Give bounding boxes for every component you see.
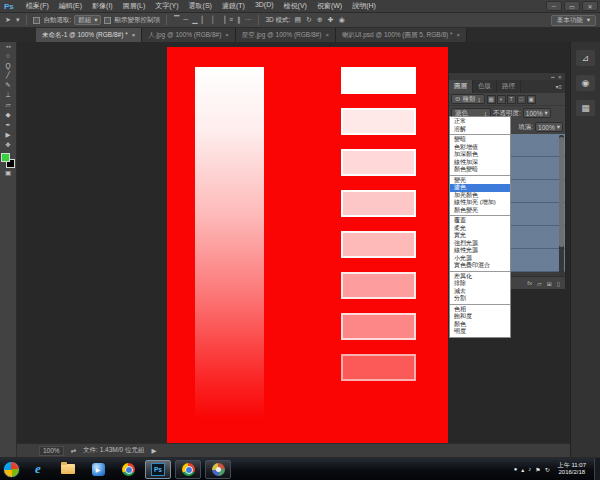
blend-mode-option[interactable]: 排除 xyxy=(450,280,510,288)
dock-3d-panel-icon[interactable]: ⊿ xyxy=(576,50,595,66)
tab-close-icon[interactable]: × xyxy=(325,32,329,38)
align-top-icon[interactable]: ▔ xyxy=(173,16,180,24)
close-button[interactable]: ✕ xyxy=(582,1,598,11)
new-group-icon[interactable]: ▱ xyxy=(537,280,542,287)
blend-mode-option[interactable]: 分割 xyxy=(450,295,510,303)
blend-mode-option[interactable]: 溶解 xyxy=(450,126,510,134)
filter-type-layers-icon[interactable]: T xyxy=(507,95,516,104)
chrome-icon[interactable] xyxy=(115,460,141,479)
layers-scrollbar-thumb[interactable] xyxy=(559,137,564,247)
tab-close-icon[interactable]: × xyxy=(225,32,229,38)
document-tab[interactable]: 星空.jpg @ 100% (RGB/8#)× xyxy=(236,28,336,42)
preset-dropdown-arrow-icon[interactable]: ▾ xyxy=(15,16,21,24)
blend-mode-option[interactable]: 變亮 xyxy=(450,177,510,185)
blend-mode-option[interactable]: 實光 xyxy=(450,232,510,240)
menu-濾鏡(T)[interactable]: 濾鏡(T) xyxy=(217,1,250,11)
blend-mode-option[interactable]: 覆蓋 xyxy=(450,217,510,225)
blend-mode-option[interactable]: 線性加深 xyxy=(450,159,510,167)
filter-shape-layers-icon[interactable]: □ xyxy=(517,95,526,104)
chrome-taskbar-button[interactable] xyxy=(175,460,201,479)
paint-taskbar-button[interactable] xyxy=(205,460,231,479)
panel-tab-路徑[interactable]: 路徑 xyxy=(497,80,521,93)
panel-collapse-icon[interactable]: ▪▪ xyxy=(551,74,555,80)
blend-mode-option[interactable]: 柔光 xyxy=(450,225,510,233)
blend-mode-option[interactable]: 變暗 xyxy=(450,136,510,144)
blend-mode-option[interactable]: 實色疊印混合 xyxy=(450,262,510,270)
distribute-hcenter-icon[interactable]: ∥ xyxy=(236,16,242,24)
blend-mode-option[interactable]: 加亮顏色 xyxy=(450,192,510,200)
panel-close-icon[interactable]: ✕ xyxy=(558,74,562,80)
hand-tool[interactable]: ❖ xyxy=(0,140,16,150)
document-tab[interactable]: 喇叭UI.psd @ 100% (圖層 5, RGB/8) *× xyxy=(336,28,467,42)
align-hcenter-icon[interactable]: │ xyxy=(210,16,216,24)
show-hidden-icons-button[interactable]: ▴ xyxy=(521,466,524,473)
blend-mode-option[interactable]: 顏色 xyxy=(450,321,510,329)
new-layer-icon[interactable]: ⊞ xyxy=(547,280,552,287)
pen-tool[interactable]: ✒ xyxy=(0,120,16,130)
layers-scrollbar[interactable] xyxy=(559,135,564,276)
menu-圖層(L)[interactable]: 圖層(L) xyxy=(118,1,151,11)
panel-menu-icon[interactable]: ▾≡ xyxy=(555,80,565,93)
blend-mode-option[interactable]: 色彩增值 xyxy=(450,144,510,152)
photoshop-taskbar-button[interactable]: Ps xyxy=(145,460,171,479)
3d-drag-icon[interactable]: ⊕ xyxy=(316,16,324,24)
start-button[interactable] xyxy=(3,461,20,478)
menu-文字(Y)[interactable]: 文字(Y) xyxy=(150,1,183,11)
align-bottom-icon[interactable]: ▁ xyxy=(191,16,198,24)
blend-mode-option[interactable]: 明度 xyxy=(450,328,510,336)
menu-檢視(V)[interactable]: 檢視(V) xyxy=(279,1,312,11)
blend-mode-option[interactable]: 色相 xyxy=(450,306,510,314)
menu-選取(S)[interactable]: 選取(S) xyxy=(184,1,217,11)
align-right-icon[interactable]: ▕ xyxy=(218,16,225,24)
blend-mode-option[interactable]: 飽和度 xyxy=(450,313,510,321)
blend-mode-option[interactable]: 線性加亮 (增加) xyxy=(450,199,510,207)
menu-影像(I)[interactable]: 影像(I) xyxy=(87,1,118,11)
blend-mode-option[interactable]: 減去 xyxy=(450,288,510,296)
minimize-button[interactable]: ─ xyxy=(546,1,562,11)
filter-pixel-layers-icon[interactable]: ▦ xyxy=(487,95,496,104)
blend-mode-option[interactable]: 顏色變亮 xyxy=(450,207,510,215)
3d-orbit-icon[interactable]: ▤ xyxy=(293,16,302,24)
tray-app-icon[interactable]: ● xyxy=(514,466,518,472)
align-vcenter-icon[interactable]: ─ xyxy=(182,16,189,24)
restore-button[interactable]: ▭ xyxy=(564,1,580,11)
auto-select-target-dropdown[interactable]: 群組 ▾ xyxy=(74,15,101,25)
dock-character-panel-icon[interactable]: ▦ xyxy=(576,100,595,116)
blend-mode-option[interactable]: 差異化 xyxy=(450,273,510,281)
auto-select-checkbox[interactable] xyxy=(33,17,40,24)
tab-close-icon[interactable]: × xyxy=(457,32,461,38)
menu-檔案(F)[interactable]: 檔案(F) xyxy=(21,1,54,11)
menu-3D(D)[interactable]: 3D(D) xyxy=(250,1,279,11)
document-tab[interactable]: 未命名-1 @ 100% (RGB/8#) *× xyxy=(36,28,142,42)
taskbar-clock[interactable]: 上午 11:07 2016/2/18 xyxy=(554,462,590,476)
volume-icon[interactable]: ♪ xyxy=(528,466,531,472)
menu-視窗(W)[interactable]: 視窗(W) xyxy=(312,1,347,11)
media-player-icon[interactable]: ▶ xyxy=(85,460,111,479)
panel-tab-圖層[interactable]: 圖層 xyxy=(449,80,473,93)
3d-roll-icon[interactable]: ↻ xyxy=(305,16,313,24)
distribute-vertical-icon[interactable]: ≡ xyxy=(228,16,234,24)
align-left-icon[interactable]: ▏ xyxy=(201,16,208,24)
menu-編輯(E)[interactable]: 編輯(E) xyxy=(54,1,87,11)
blend-mode-option[interactable]: 濾色 xyxy=(450,184,510,192)
brush-tool[interactable]: ✎ xyxy=(0,80,16,90)
clone-stamp-tool[interactable]: ⊥ xyxy=(0,90,16,100)
move-tool-preset-icon[interactable]: ➤ xyxy=(4,16,12,24)
distribute-horizontal-icon[interactable]: ⋯ xyxy=(243,16,252,24)
foreground-color-swatch[interactable] xyxy=(1,153,10,162)
internet-explorer-icon[interactable]: e xyxy=(25,460,51,479)
opacity-value-dropdown[interactable]: 100% ▾ xyxy=(523,108,551,118)
filter-adjustment-layers-icon[interactable]: ◐ xyxy=(497,95,506,104)
zoom-level-field[interactable]: 100% xyxy=(39,446,64,456)
lasso-tool[interactable]: Ϙ xyxy=(0,60,16,70)
menu-說明(H)[interactable]: 說明(H) xyxy=(347,1,381,11)
blend-mode-option[interactable]: 顏色變暗 xyxy=(450,166,510,174)
action-center-flag-icon[interactable]: ⚑ xyxy=(535,466,540,473)
quick-mask-button[interactable]: ▣ xyxy=(0,168,16,178)
toolbox-collapse-button[interactable]: ◂◂ xyxy=(5,42,10,50)
layer-effects-icon[interactable]: fx xyxy=(527,280,532,286)
layer-filter-kind-dropdown[interactable]: ⊙ 種類 ↕ xyxy=(451,94,485,104)
marquee-tool[interactable]: ○ xyxy=(0,50,16,60)
dock-color-panel-icon[interactable]: ◉ xyxy=(576,75,595,91)
eject-device-icon[interactable]: ↻ xyxy=(545,466,550,473)
